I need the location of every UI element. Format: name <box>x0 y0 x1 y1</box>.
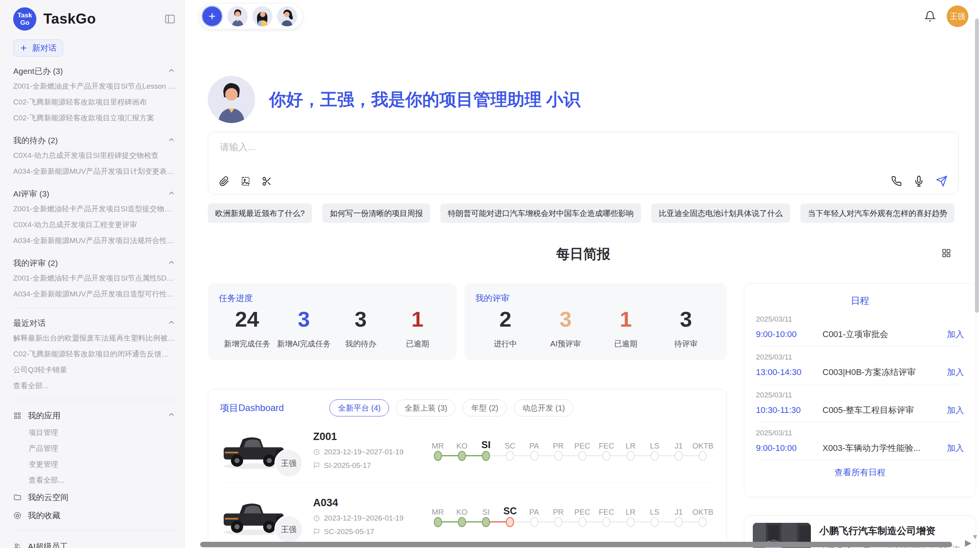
sidebar-item[interactable]: A034-全新新能源MUV产品开发项目法规符合性评审 <box>13 233 176 248</box>
chevron-up-icon[interactable] <box>167 258 176 269</box>
sidebar-item-cloud-space[interactable]: 我的云空间 <box>13 488 176 506</box>
project-milestone-flag: SC-2025-05-17 <box>324 527 374 536</box>
sidebar-item[interactable]: C0X4-动力总成开发项目工程变更评审 <box>13 217 176 233</box>
group-title: Agent已办 (3) <box>13 66 63 77</box>
recent-view-all[interactable]: 查看全部... <box>13 378 176 394</box>
view-all-schedule-link[interactable]: 查看所有日程 <box>756 460 964 481</box>
scissors-icon[interactable] <box>262 176 272 187</box>
milestone-dot <box>651 451 659 461</box>
dashboard-title: 项目Dashboard <box>220 402 284 414</box>
dashboard-tab[interactable]: 全新平台 (4) <box>329 399 389 416</box>
grid-icon <box>13 411 22 420</box>
task-progress-card: 任务进度 24 新增完成任务 3 新增AI完成任务 3 我的待办 <box>208 283 457 360</box>
milestone-dot <box>434 517 442 527</box>
stat-value: 1 <box>389 307 446 332</box>
clock-icon <box>313 449 320 456</box>
event-title: C001-立项审批会 <box>822 329 942 340</box>
app-item[interactable]: 产品管理 <box>13 440 176 456</box>
chat-input[interactable] <box>219 141 947 153</box>
suggestion-chip[interactable]: 当下年轻人对汽车外观有怎样的喜好趋势 <box>800 204 954 223</box>
chevron-up-icon[interactable] <box>167 189 176 199</box>
favorites-label: 我的收藏 <box>28 510 60 521</box>
divider <box>13 400 176 400</box>
user-avatar[interactable]: 王强 <box>947 5 968 27</box>
scroll-down-arrow-icon[interactable]: ▼ <box>971 533 978 541</box>
event-join-link[interactable]: 加入 <box>947 366 964 378</box>
recent-conversation-item[interactable]: 公司Q3轻卡销量 <box>13 362 176 378</box>
my-review-title: 我的评审 <box>475 293 716 304</box>
sidebar-item[interactable]: Z001-全新燃油轻卡产品开发项目SI造型提交物评审 <box>13 201 176 217</box>
collapse-sidebar-icon[interactable] <box>164 13 176 25</box>
project-owner-badge: 王强 <box>274 449 303 478</box>
scroll-right-arrow-icon[interactable]: ▶ <box>965 538 971 548</box>
event-title: C005-整车工程目标评审 <box>822 404 942 416</box>
new-chat-button[interactable]: 新对话 <box>13 39 63 57</box>
event-time: 9:00-10:00 <box>756 443 822 453</box>
vertical-scrollbar[interactable] <box>975 19 979 313</box>
sidebar-group-header-recent[interactable]: 最近对话 <box>13 318 176 329</box>
sidebar-item[interactable]: A034-全新新能源MUV产品开发项目计划变更表编写 <box>13 163 176 179</box>
sidebar-item[interactable]: C02-飞腾新能源轻客改款项目里程碑画布 <box>13 94 176 110</box>
layout-grid-icon[interactable] <box>941 248 952 259</box>
sidebar-item[interactable]: Z001-全新燃油轻卡产品开发项目SI节点属性5D文件评审 <box>13 270 176 286</box>
sidebar-group-header-agent-done[interactable]: Agent已办 (3) <box>13 66 176 77</box>
notifications-bell-icon[interactable] <box>924 10 936 22</box>
schedule-events: 2025/03/11 9:00-10:00 C001-立项审批会 加入 2025… <box>756 308 964 460</box>
sidebar-item[interactable]: C0X4-动力总成开发项目SI里程碑提交物检查 <box>13 147 176 163</box>
sidebar-item-favorites[interactable]: 我的收藏 <box>13 506 176 524</box>
chevron-up-icon[interactable] <box>167 410 176 421</box>
event-join-link[interactable]: 加入 <box>947 329 964 340</box>
app-window: Task Go TaskGo 新对话 Agent已办 (3) Z001-全新燃油… <box>0 0 980 548</box>
stat: 1 已逾期 <box>596 307 656 349</box>
chevron-up-icon[interactable] <box>167 318 176 329</box>
app-item[interactable]: 项目管理 <box>13 425 176 440</box>
recent-conversation-item[interactable]: 解释最新出台的欧盟报废车法规再生塑料比例被调至15%... <box>13 330 176 346</box>
sidebar-group-header-my-todo[interactable]: 我的待办 (2) <box>13 135 176 146</box>
sidebar-item[interactable]: Z001-全新燃油皮卡产品开发项目SI节点Lesson Learn报告 <box>13 78 176 94</box>
suggestion-chip[interactable]: 比亚迪全固态电池计划具体说了什么 <box>651 204 790 223</box>
flag-icon <box>313 528 320 535</box>
milestone-label: SC <box>505 437 516 450</box>
send-icon[interactable] <box>936 175 947 187</box>
project-row-z001[interactable]: 王强 Z001 2023-12-19~2027-01-19 <box>220 416 715 482</box>
microphone-icon[interactable] <box>913 176 924 187</box>
suggestion-chip[interactable]: 如何写一份清晰的项目周报 <box>322 204 430 223</box>
project-row-a034[interactable]: 王强 A034 2023-12-19~2026-01-19 <box>220 482 715 548</box>
sidebar-item-my-apps[interactable]: 我的应用 <box>13 406 176 425</box>
agent-avatar-1[interactable] <box>228 6 248 26</box>
chevron-up-icon[interactable] <box>167 66 176 77</box>
dashboard-tab[interactable]: 动总开发 (1) <box>514 399 573 416</box>
dashboard-tab[interactable]: 年型 (2) <box>463 399 507 416</box>
greeting: 你好，王强，我是你的项目管理助理 小识 <box>208 76 959 123</box>
milestone: FEC <box>595 437 618 461</box>
recent-conversation-item[interactable]: C02-飞腾新能源轻客改款项目的闭环通告反馈情况 <box>13 346 176 362</box>
dashboard-tab[interactable]: 全新上装 (3) <box>396 399 456 416</box>
milestone: MR <box>426 437 450 461</box>
sidebar-item[interactable]: C02-飞腾新能源轻客改款项目立项汇报方案 <box>13 110 176 126</box>
sidebar-item-ai-staff[interactable]: AI超级员工 <box>13 537 176 548</box>
event-join-link[interactable]: 加入 <box>947 442 964 454</box>
apps-view-all[interactable]: 查看全部... <box>13 472 176 488</box>
milestone-dot <box>699 451 707 461</box>
sidebar-group-header-my-review[interactable]: 我的评审 (2) <box>13 258 176 269</box>
sidebar-group-header-ai-review[interactable]: AI评审 (3) <box>13 188 176 199</box>
stat: 3 我的待办 <box>332 307 389 349</box>
horizontal-scrollbar[interactable] <box>200 542 952 547</box>
chevron-up-icon[interactable] <box>167 135 176 146</box>
stat-label: 新增完成任务 <box>219 339 276 349</box>
milestone-dot <box>434 451 442 461</box>
sidebar-item[interactable]: A034-全新新能源MUV产品开发项目造型可行性评审 <box>13 286 176 302</box>
project-media: 王强 <box>220 493 303 539</box>
suggestion-chip[interactable]: 特朗普可能对进口汽车增税会对中国车企造成哪些影响 <box>440 204 641 223</box>
event-join-link[interactable]: 加入 <box>947 404 964 416</box>
app-item[interactable]: 变更管理 <box>13 456 176 472</box>
milestone-dot <box>554 517 562 527</box>
image-upload-icon[interactable] <box>240 176 251 187</box>
attachment-icon[interactable] <box>219 176 230 187</box>
project-flag: SC-2025-05-17 <box>313 527 416 536</box>
agent-avatar-2[interactable] <box>252 6 272 26</box>
suggestion-chip[interactable]: 欧洲新规最近颁布了什么? <box>208 204 312 223</box>
agent-avatar-3[interactable] <box>277 6 297 26</box>
phone-icon[interactable] <box>891 176 902 187</box>
add-agent-button[interactable] <box>201 5 223 27</box>
